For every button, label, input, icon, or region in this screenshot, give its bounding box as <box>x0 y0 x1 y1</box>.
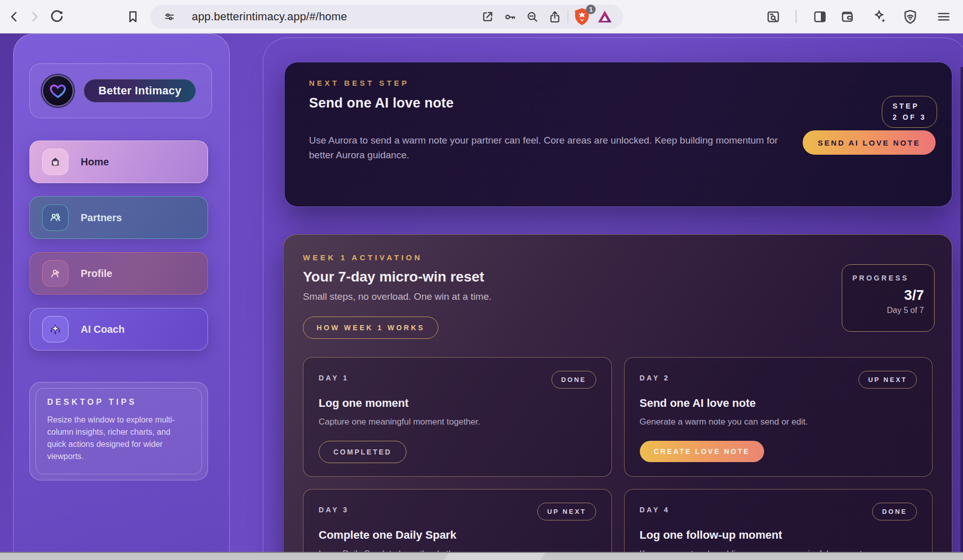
passwords-button[interactable] <box>499 6 521 28</box>
next-best-step-card: NEXT BEST STEP Send one AI love note Use… <box>284 62 952 207</box>
brand-card: Better Intimacy <box>29 63 212 118</box>
progress-box: PROGRESS 3/7 Day 5 of 7 <box>842 264 935 332</box>
day-status-badge: DONE <box>872 503 917 520</box>
share-button[interactable] <box>543 6 566 28</box>
window-search-icon <box>766 9 781 24</box>
sidebar-item-label: Partners <box>81 212 122 224</box>
completed-button[interactable]: COMPLETED <box>319 441 406 463</box>
app-page: Better Intimacy Home Partners <box>0 33 963 560</box>
day-3-card: DAY 3 UP NEXT Complete one Daily Spark L… <box>303 489 612 560</box>
sidebar-item-ai-coach[interactable]: AI Coach <box>29 308 208 351</box>
day-label: DAY 2 <box>640 371 670 382</box>
tips-title: DESKTOP TIPS <box>47 398 190 407</box>
profile-icon <box>42 260 68 287</box>
window-bottom-seam <box>444 553 545 560</box>
progress-value: 3/7 <box>852 287 924 303</box>
bookmark-button[interactable] <box>122 0 144 33</box>
reload-button[interactable] <box>46 0 68 33</box>
wallet-icon <box>839 9 855 24</box>
sidebar-item-profile[interactable]: Profile <box>29 252 208 295</box>
sidebar-item-label: Home <box>81 156 109 168</box>
vpn-shield-icon <box>902 9 918 25</box>
step-badge: STEP 2 OF 3 <box>882 96 937 128</box>
brave-shields-button[interactable]: 1 <box>570 6 594 28</box>
send-ai-love-note-button[interactable]: SEND AI LOVE NOTE <box>803 130 936 155</box>
day-card-grid: DAY 1 DONE Log one moment Capture one me… <box>303 357 933 560</box>
day-body: Capture one meaningful moment together. <box>319 416 596 429</box>
hero-title: Send one AI love note <box>309 95 936 111</box>
day-title: Log one moment <box>319 397 596 410</box>
address-bar[interactable]: app.betterintimacy.app/#/home <box>150 5 623 29</box>
week-eyebrow: WEEK 1 ACTIVATION <box>303 253 933 262</box>
step-badge-line1: STEP <box>892 101 926 112</box>
day-title: Send one AI love note <box>640 397 917 410</box>
partners-icon <box>42 204 68 231</box>
forward-button[interactable] <box>24 0 45 33</box>
window-right-edge <box>960 67 963 560</box>
menu-button[interactable] <box>930 0 958 33</box>
external-link-icon <box>481 10 494 23</box>
tune-icon <box>163 10 176 23</box>
vpn-button[interactable] <box>897 0 923 33</box>
hamburger-menu-icon <box>935 9 952 24</box>
day-title: Complete one Daily Spark <box>319 529 596 542</box>
bookmark-icon <box>126 10 140 24</box>
sidebar-item-home[interactable]: Home <box>29 141 208 183</box>
toolbar-divider <box>568 10 568 23</box>
share-icon <box>548 10 562 24</box>
forward-icon <box>28 10 41 23</box>
sidebar-toggle-button[interactable] <box>808 0 832 33</box>
day-title: Log one follow-up moment <box>640 529 917 542</box>
sidebar-item-label: Profile <box>81 268 112 279</box>
day-status-badge: UP NEXT <box>537 503 596 520</box>
heart-logo-icon <box>49 82 67 100</box>
brand-name: Better Intimacy <box>84 79 196 102</box>
day-label: DAY 3 <box>319 503 349 514</box>
zoom-out-icon <box>526 10 539 23</box>
window-bottom-edge <box>0 552 963 560</box>
sidebar: Better Intimacy Home Partners <box>13 33 230 560</box>
browser-toolbar: app.betterintimacy.app/#/home <box>0 0 963 33</box>
zoom-button[interactable] <box>521 6 543 28</box>
how-week-1-works-button[interactable]: HOW WEEK 1 WORKS <box>303 317 438 339</box>
screen: app.betterintimacy.app/#/home <box>0 0 963 560</box>
tips-body: Resize the window to explore multi-colum… <box>47 414 190 463</box>
day-status-badge: DONE <box>552 371 596 389</box>
ai-coach-icon <box>42 316 68 342</box>
progress-day: Day 5 of 7 <box>852 306 924 315</box>
week-activation-card: WEEK 1 ACTIVATION Your 7-day micro-win r… <box>283 234 952 560</box>
day-4-card: DAY 4 DONE Log one follow-up moment Keep… <box>624 489 933 560</box>
sidebar-nav: Home Partners Profile <box>29 141 208 351</box>
site-settings-button[interactable] <box>158 6 181 28</box>
url-text[interactable]: app.betterintimacy.app/#/home <box>192 10 347 23</box>
back-button[interactable] <box>4 0 24 33</box>
create-love-note-button[interactable]: CREATE LOVE NOTE <box>640 441 764 462</box>
back-icon <box>8 10 21 23</box>
sidebar-toggle-icon <box>812 9 828 24</box>
day-label: DAY 1 <box>319 371 349 382</box>
day-1-card: DAY 1 DONE Log one moment Capture one me… <box>303 357 612 477</box>
desktop-tips-card: DESKTOP TIPS Resize the window to explor… <box>29 382 208 480</box>
step-badge-line2: 2 OF 3 <box>892 112 926 123</box>
sidebar-item-partners[interactable]: Partners <box>29 196 208 239</box>
wallet-button[interactable] <box>834 0 861 33</box>
progress-label: PROGRESS <box>852 274 924 282</box>
brave-rewards-button[interactable] <box>594 6 616 28</box>
hero-body: Use Aurora to send a warm note your part… <box>309 133 796 162</box>
search-tabs-button[interactable] <box>761 0 785 33</box>
week-title: Your 7-day micro-win reset <box>303 269 933 285</box>
week-subtitle: Small steps, no overload. One win at a t… <box>303 291 933 302</box>
app-logo <box>42 75 74 107</box>
open-external-button[interactable] <box>476 6 499 28</box>
home-icon <box>42 149 68 175</box>
sparkle-ai-icon <box>872 9 888 25</box>
toolbar-divider <box>796 10 797 23</box>
reload-icon <box>49 9 64 24</box>
day-2-card: DAY 2 UP NEXT Send one AI love note Gene… <box>624 357 933 477</box>
day-status-badge: UP NEXT <box>858 371 917 389</box>
key-icon <box>503 10 517 24</box>
day-label: DAY 4 <box>640 503 670 514</box>
leo-ai-button[interactable] <box>867 0 893 33</box>
bat-icon <box>597 9 613 24</box>
day-body: Generate a warm note you can send or edi… <box>640 416 917 429</box>
